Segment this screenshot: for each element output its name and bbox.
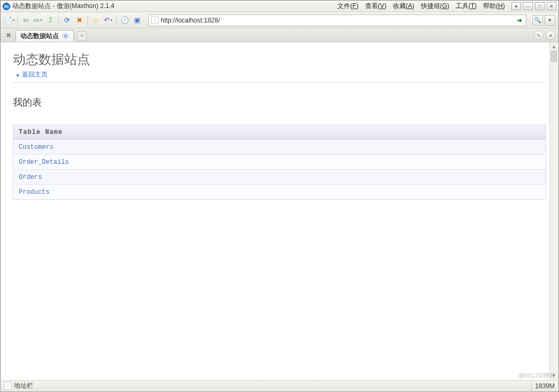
history-icon[interactable]: 🕘 [119, 15, 130, 26]
table-link-orders[interactable]: Orders [19, 174, 42, 181]
back-home-link[interactable]: 返回主页 [22, 70, 48, 79]
browser-viewport: 动态数据站点 ◂ 返回主页 我的表 Table Name Customers O… [1, 42, 558, 380]
breadcrumb: ◂ 返回主页 [13, 70, 546, 79]
separator-icon [58, 16, 59, 25]
forward-icon[interactable]: ⇨ [33, 15, 43, 26]
address-bar[interactable]: ▫ ➜ [148, 14, 526, 26]
new-doc-icon[interactable]: 📄 [4, 15, 14, 26]
maximize-button[interactable]: □ [535, 2, 545, 10]
window-title: 动态数据站点 - 傲游(Maxthon) 2.1.4 [12, 2, 115, 11]
home-icon[interactable]: ⌂ [90, 15, 101, 26]
tab-menu-icon[interactable]: ▾ [546, 31, 555, 40]
page-icon: ▫ [4, 382, 12, 390]
tray-button[interactable]: ▾ [511, 2, 521, 10]
tab-system-icon[interactable]: ✖ [4, 31, 13, 40]
page-icon: ▫ [151, 17, 158, 24]
tab-bar: ✖ 动态数据站点 × + ✎ ▾ [1, 28, 558, 42]
scroll-thumb[interactable] [551, 51, 557, 62]
chevron-left-icon: ◂ [16, 72, 19, 78]
tables-list: Table Name Customers Order_Details Order… [13, 125, 546, 200]
close-window-button[interactable]: ✕ [547, 2, 556, 10]
table-link-products[interactable]: Products [19, 189, 50, 196]
url-input[interactable] [161, 17, 515, 24]
window-controls: ▾ — □ ✕ [511, 2, 556, 10]
table-link-order-details[interactable]: Order_Details [19, 159, 69, 166]
search-tool-icon[interactable]: 🔍 [532, 15, 543, 26]
menu-bar: 文件(F) 查看(V) 收藏(A) 快捷组(G) 工具(T) 帮助(H) [334, 1, 508, 12]
tab-title: 动态数据站点 [20, 32, 59, 41]
table-row: Order_Details [13, 155, 546, 170]
menu-tools[interactable]: 工具(T) [452, 1, 480, 12]
page-title: 动态数据站点 [13, 51, 546, 68]
minimize-button[interactable]: — [523, 2, 533, 10]
watermark: @51CTO博客 [519, 372, 555, 380]
divider [13, 82, 546, 83]
back-icon[interactable]: ⇦ [20, 15, 31, 26]
table-row: Products [13, 185, 546, 199]
separator-icon [116, 16, 117, 25]
scroll-up-icon[interactable]: ▲ [550, 42, 558, 51]
menu-help[interactable]: 帮助(H) [480, 1, 508, 12]
tab-tool-icon[interactable]: ✎ [534, 31, 543, 40]
table-row: Customers [13, 140, 546, 155]
separator-icon [17, 16, 18, 25]
tab-active[interactable]: 动态数据站点 × [16, 30, 74, 42]
status-bar: ▫ 地址栏 1839M [1, 380, 558, 391]
tab-close-icon[interactable]: × [62, 33, 69, 40]
title-bar: m 动态数据站点 - 傲游(Maxthon) 2.1.4 文件(F) 查看(V)… [1, 1, 558, 12]
table-row: Orders [13, 170, 546, 185]
page-content: 动态数据站点 ◂ 返回主页 我的表 Table Name Customers O… [1, 42, 558, 208]
toolbar-menu-icon[interactable]: ▾ [545, 15, 555, 26]
menu-view[interactable]: 查看(V) [362, 1, 390, 12]
menu-groups[interactable]: 快捷组(G) [418, 1, 452, 12]
menu-favorites[interactable]: 收藏(A) [390, 1, 418, 12]
section-title: 我的表 [13, 96, 546, 109]
menu-file[interactable]: 文件(F) [334, 1, 361, 12]
up-icon[interactable]: ⤴ [45, 15, 56, 26]
vertical-scrollbar[interactable]: ▲ ▼ [549, 42, 558, 380]
separator-icon [531, 382, 532, 390]
separator-icon [87, 16, 88, 25]
go-icon[interactable]: ➜ [515, 16, 524, 25]
toolbar: 📄 ⇦ ⇨ ⤴ ⟳ ✖ ⌂ ↶ 🕘 ▣ ▫ ➜ 🔍 ▾ [1, 12, 558, 28]
app-icon: m [3, 3, 10, 10]
status-label: 地址栏 [14, 381, 33, 390]
stop-icon[interactable]: ✖ [74, 15, 85, 26]
refresh-icon[interactable]: ⟳ [62, 15, 72, 26]
table-header: Table Name [13, 125, 546, 140]
status-memory: 1839M [535, 382, 555, 390]
undo-icon[interactable]: ↶ [103, 15, 114, 26]
table-link-customers[interactable]: Customers [19, 144, 54, 151]
new-tab-button[interactable]: + [77, 31, 87, 41]
popup-icon[interactable]: ▣ [132, 15, 142, 26]
